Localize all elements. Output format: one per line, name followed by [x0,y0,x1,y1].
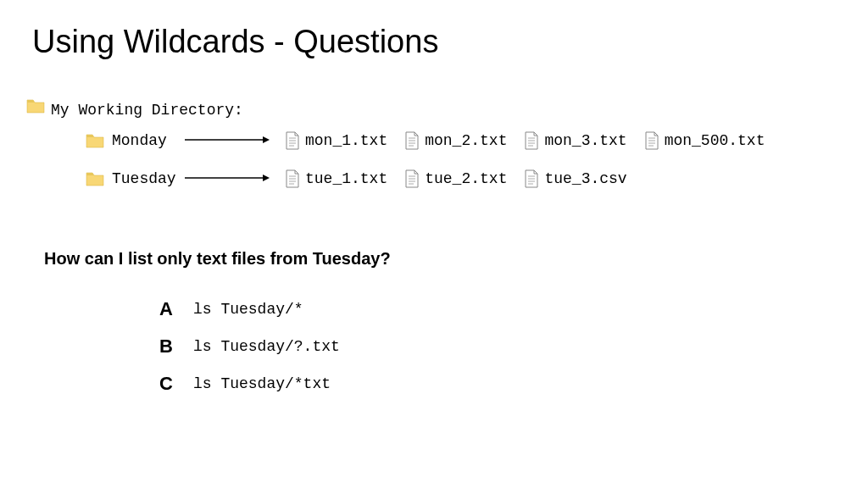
folder-icon [85,170,105,187]
option-letter: A [159,298,175,320]
option-command: ls Tuesday/* [193,301,303,318]
monday-row: Monday mon_1.txt mon_2.txt mon_3.txt mon… [85,131,765,150]
folder-icon [25,97,46,114]
svg-marker-19 [263,175,270,181]
file-name: mon_1.txt [305,132,387,149]
file-icon [404,131,420,150]
file-icon [404,169,420,188]
option-command: ls Tuesday/*txt [193,375,331,392]
file-name: tue_3.csv [544,170,626,187]
option-letter: C [159,373,175,395]
question-text: How can I list only text files from Tues… [44,249,391,269]
option-b: B ls Tuesday/?.txt [159,336,340,358]
directory-label: My Working Directory: [51,102,243,119]
file-icon [524,131,539,150]
option-a: A ls Tuesday/* [159,298,340,320]
option-c: C ls Tuesday/*txt [159,373,340,395]
file-icon [285,169,300,188]
file-item: tue_3.csv [524,169,626,188]
file-name: mon_500.txt [665,132,765,149]
tuesday-row: Tuesday tue_1.txt tue_2.txt tue_3.csv [85,169,627,188]
file-item: mon_3.txt [524,131,626,150]
svg-marker-1 [263,136,270,143]
slide-title: Using Wildcards - Questions [32,24,438,60]
file-icon [285,131,300,150]
file-item: tue_2.txt [404,169,507,188]
file-item: mon_1.txt [285,131,387,150]
file-item: mon_500.txt [644,131,765,150]
arrow-icon [185,133,270,148]
monday-label: Monday [112,132,180,149]
option-command: ls Tuesday/?.txt [193,338,340,355]
options-list: A ls Tuesday/* B ls Tuesday/?.txt C ls T… [159,298,340,410]
file-item: mon_2.txt [404,131,507,150]
tuesday-label: Tuesday [112,170,180,187]
file-name: mon_2.txt [425,132,507,149]
file-item: tue_1.txt [285,169,387,188]
file-icon [524,169,539,188]
file-name: mon_3.txt [544,132,626,149]
file-name: tue_1.txt [305,170,387,187]
file-name: tue_2.txt [425,170,507,187]
arrow-icon [185,171,270,186]
folder-icon [85,132,105,149]
option-letter: B [159,336,175,358]
file-icon [644,131,659,150]
